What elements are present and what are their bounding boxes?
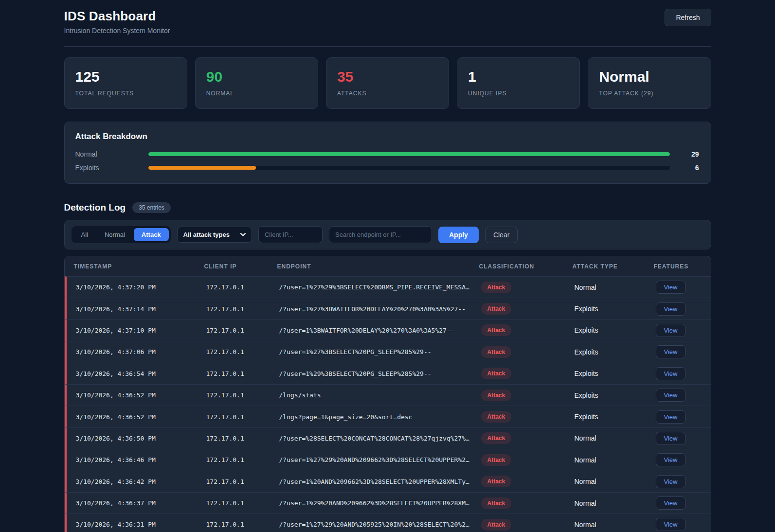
view-button[interactable]: View xyxy=(656,345,686,358)
view-button[interactable]: View xyxy=(656,518,686,531)
cell-classification: Attack xyxy=(481,519,575,531)
filter-bar: AllNormalAttack All attack types Apply C… xyxy=(64,220,711,249)
cell-features: View xyxy=(656,453,711,466)
view-button[interactable]: View xyxy=(656,281,686,294)
cell-client-ip: 172.17.0.1 xyxy=(206,391,279,399)
cell-timestamp: 3/10/2026, 4:37:14 PM xyxy=(76,305,206,313)
detection-log-table: TIMESTAMPCLIENT IPENDPOINTCLASSIFICATION… xyxy=(64,256,711,532)
cell-timestamp: 3/10/2026, 4:36:31 PM xyxy=(76,521,206,528)
attack-breakdown-bars: Normal 29 Exploits 6 xyxy=(75,150,699,172)
cell-attack-type: Exploits xyxy=(575,413,656,421)
page-title: IDS Dashboard xyxy=(64,9,170,24)
cell-features: View xyxy=(656,410,711,424)
column-header: CLIENT IP xyxy=(204,263,277,270)
stats-row: 125 TOTAL REQUESTS 90 NORMAL 35 ATTACKS … xyxy=(64,57,711,109)
breakdown-bar-row: Exploits 6 xyxy=(75,164,699,172)
cell-endpoint: /?user=%28SELECT%20CONCAT%28CONCAT%28%27… xyxy=(279,435,481,442)
classification-badge: Attack xyxy=(481,324,512,336)
cell-features: View xyxy=(656,367,711,380)
stat-label: ATTACKS xyxy=(337,90,438,97)
cell-timestamp: 3/10/2026, 4:36:42 PM xyxy=(76,478,206,485)
cell-endpoint: /?user=1%20AND%209662%3D%28SELECT%20UPPE… xyxy=(279,478,481,485)
cell-classification: Attack xyxy=(481,454,575,466)
cell-attack-type: Exploits xyxy=(575,348,656,356)
cell-attack-type: Normal xyxy=(575,434,656,442)
cell-client-ip: 172.17.0.1 xyxy=(206,435,279,442)
cell-client-ip: 172.17.0.1 xyxy=(206,370,279,377)
client-ip-input[interactable] xyxy=(258,226,323,243)
cell-attack-type: Exploits xyxy=(575,391,656,399)
cell-client-ip: 172.17.0.1 xyxy=(206,521,279,528)
apply-button[interactable]: Apply xyxy=(438,227,479,243)
cell-features: View xyxy=(656,432,711,445)
cell-classification: Attack xyxy=(481,368,575,379)
classification-badge: Attack xyxy=(481,346,512,358)
cell-features: View xyxy=(656,389,711,402)
table-row: 3/10/2026, 4:37:14 PM 172.17.0.1 /?user=… xyxy=(65,298,711,319)
stat-value: 35 xyxy=(337,69,438,85)
stat-card: 125 TOTAL REQUESTS xyxy=(64,57,187,109)
table-row: 3/10/2026, 4:36:54 PM 172.17.0.1 /?user=… xyxy=(65,363,711,384)
cell-attack-type: Exploits xyxy=(575,305,656,313)
column-header: ATTACK TYPE xyxy=(573,263,654,270)
cell-classification: Attack xyxy=(481,303,575,315)
cell-client-ip: 172.17.0.1 xyxy=(206,478,279,485)
segment-attack[interactable]: Attack xyxy=(134,228,169,241)
classification-badge: Attack xyxy=(481,476,512,487)
cell-endpoint: /logs/stats xyxy=(279,391,481,399)
dashboard-container: IDS Dashboard Intrusion Detection System… xyxy=(64,0,711,532)
segment-normal[interactable]: Normal xyxy=(97,228,133,241)
view-button[interactable]: View xyxy=(656,410,686,424)
table-row: 3/10/2026, 4:36:42 PM 172.17.0.1 /?user=… xyxy=(65,471,711,492)
segment-all[interactable]: All xyxy=(73,228,96,241)
attack-type-select[interactable]: All attack types xyxy=(177,227,252,243)
table-row: 3/10/2026, 4:36:31 PM 172.17.0.1 /?user=… xyxy=(65,514,711,532)
breakdown-bar-label: Exploits xyxy=(75,164,148,172)
cell-features: View xyxy=(656,281,711,294)
cell-endpoint: /?user=1%27%29%20AND%205925%20IN%20%28SE… xyxy=(279,521,481,528)
attack-breakdown-title: Attack Breakdown xyxy=(75,132,699,142)
cell-client-ip: 172.17.0.1 xyxy=(206,348,279,355)
cell-classification: Attack xyxy=(481,432,575,444)
endpoint-search-input[interactable] xyxy=(329,226,432,243)
stat-card: Normal TOP ATTACK (29) xyxy=(588,57,711,109)
cell-endpoint: /?user=1%29%3BSELECT%20PG_SLEEP%285%29-- xyxy=(279,370,481,377)
cell-endpoint: /?user=1%27%3BSELECT%20PG_SLEEP%285%29-- xyxy=(279,348,481,355)
cell-timestamp: 3/10/2026, 4:37:10 PM xyxy=(76,327,206,334)
cell-endpoint: /?user=1%27%29%3BSELECT%20DBMS_PIPE.RECE… xyxy=(279,284,481,291)
classification-badge: Attack xyxy=(481,497,512,509)
classification-badge: Attack xyxy=(481,303,512,315)
stat-label: NORMAL xyxy=(206,90,307,97)
view-button[interactable]: View xyxy=(656,432,686,445)
view-button[interactable]: View xyxy=(656,475,686,488)
cell-timestamp: 3/10/2026, 4:36:54 PM xyxy=(76,370,206,377)
view-button[interactable]: View xyxy=(656,453,686,466)
refresh-button[interactable]: Refresh xyxy=(665,9,711,26)
view-button[interactable]: View xyxy=(656,367,686,380)
cell-classification: Attack xyxy=(481,476,575,487)
cell-client-ip: 172.17.0.1 xyxy=(206,413,279,421)
breakdown-bar-label: Normal xyxy=(75,150,148,158)
attack-breakdown-panel: Attack Breakdown Normal 29 Exploits 6 xyxy=(64,122,711,184)
cell-features: View xyxy=(656,302,711,316)
view-button[interactable]: View xyxy=(656,497,686,510)
cell-client-ip: 172.17.0.1 xyxy=(206,456,279,463)
view-button[interactable]: View xyxy=(656,324,686,337)
view-button[interactable]: View xyxy=(656,302,686,316)
classification-badge: Attack xyxy=(481,454,512,466)
attack-type-select-value: All attack types xyxy=(183,231,230,238)
cell-timestamp: 3/10/2026, 4:37:06 PM xyxy=(76,348,206,355)
view-button[interactable]: View xyxy=(656,389,686,402)
table-row: 3/10/2026, 4:36:52 PM 172.17.0.1 /logs?p… xyxy=(65,406,711,427)
table-row: 3/10/2026, 4:37:10 PM 172.17.0.1 /?user=… xyxy=(65,319,711,341)
table-row: 3/10/2026, 4:37:20 PM 172.17.0.1 /?user=… xyxy=(65,276,711,298)
cell-features: View xyxy=(656,497,711,510)
cell-timestamp: 3/10/2026, 4:36:46 PM xyxy=(76,456,206,463)
page-subtitle: Intrusion Detection System Monitor xyxy=(64,27,170,35)
cell-client-ip: 172.17.0.1 xyxy=(206,327,279,334)
cell-endpoint: /?user=1%3BWAITFOR%20DELAY%20%270%3A0%3A… xyxy=(279,327,481,334)
stat-value: 90 xyxy=(206,69,307,85)
cell-attack-type: Normal xyxy=(575,456,656,464)
clear-button[interactable]: Clear xyxy=(485,227,518,243)
cell-classification: Attack xyxy=(481,346,575,358)
